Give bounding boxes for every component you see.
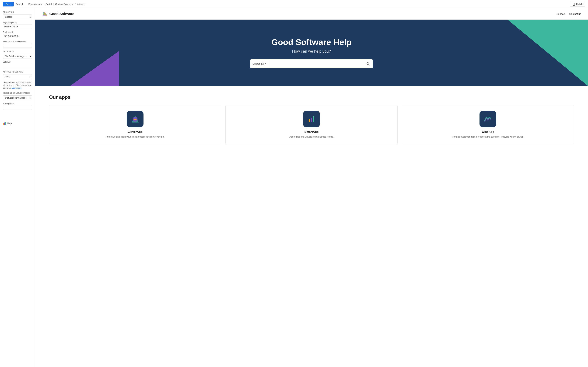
- incident-section-title: INCIDENT COMMUNICATION: [3, 92, 32, 94]
- article-label: Article: [77, 3, 83, 5]
- content-source-chevron-icon: ▼: [72, 3, 73, 5]
- search-button[interactable]: [363, 62, 373, 66]
- analytics-id-field: Analytics ID: [3, 31, 32, 38]
- page-preview-label: Page preview: [28, 3, 42, 5]
- incident-select[interactable]: Statuspage (Atlassian) None: [3, 95, 32, 100]
- wiseapp-icon: [479, 111, 496, 127]
- article-feedback-select[interactable]: None Hyvor Talk: [3, 74, 32, 79]
- tag-manager-label: Tag manager ID: [3, 22, 32, 24]
- tag-manager-field: Tag manager ID: [3, 22, 32, 29]
- cleverapp-logo: [130, 114, 140, 124]
- analytics-id-input[interactable]: [3, 34, 32, 38]
- portal-label: Portal: [46, 3, 52, 5]
- learn-more-link[interactable]: Learn more: [12, 87, 22, 89]
- article-chevron-icon: ▼: [84, 3, 86, 5]
- apps-section: Our apps CleverApp Automate and scale yo…: [35, 86, 588, 153]
- svg-line-9: [369, 64, 369, 65]
- smartapp-desc: Aggregate and visualize data across team…: [289, 135, 334, 139]
- portal-header: Good Software Support Contact us: [35, 8, 588, 20]
- wiseapp-desc: Manage customer data throughout the cust…: [452, 135, 524, 139]
- statuspage-id-input[interactable]: [3, 105, 32, 110]
- wiseapp-logo: [483, 114, 493, 124]
- support-link[interactable]: Support: [556, 13, 565, 15]
- portal-nav: Support Contact us: [556, 13, 581, 15]
- cleverapp-card[interactable]: CleverApp Automate and scale your sales …: [49, 105, 221, 144]
- mobile-icon: [572, 3, 575, 6]
- sidebar-footer: Help: [3, 119, 32, 125]
- svg-rect-15: [313, 117, 314, 122]
- data-key-input[interactable]: [3, 64, 32, 68]
- portal-selector[interactable]: Portal: [46, 3, 52, 5]
- hero-subtitle: How can we help you?: [250, 49, 373, 54]
- sidebar: ANALYTICS Google None Tag manager ID Ana…: [0, 8, 35, 367]
- cleverapp-icon: [127, 111, 144, 127]
- hyvor-icon: [3, 122, 6, 125]
- analytics-id-label: Analytics ID: [3, 31, 32, 33]
- footer-label: Help: [7, 122, 12, 125]
- svg-rect-13: [309, 119, 310, 122]
- main-layout: ANALYTICS Google None Tag manager ID Ana…: [0, 8, 588, 367]
- content-source-selector[interactable]: Content Source ▼: [55, 3, 73, 5]
- svg-rect-3: [4, 123, 5, 125]
- hero-green-triangle: [508, 20, 588, 86]
- analytics-field: Google None: [3, 15, 32, 19]
- incident-field: Statuspage (Atlassian) None: [3, 95, 32, 100]
- preview-area: Good Software Support Contact us Good So…: [35, 8, 588, 367]
- smartapp-logo: [306, 114, 317, 124]
- search-dropdown-chevron-icon: ▼: [265, 63, 266, 65]
- cleverapp-name: CleverApp: [128, 130, 142, 134]
- save-button[interactable]: Save: [3, 2, 14, 7]
- svg-rect-0: [573, 3, 575, 5]
- smartapp-card[interactable]: SmartApp Aggregate and visualize data ac…: [225, 105, 398, 144]
- analytics-section-title: ANALYTICS: [3, 11, 32, 13]
- portal-logo: Good Software: [42, 11, 74, 17]
- content-source-label: Content Source: [55, 3, 71, 5]
- portal-logo-text: Good Software: [49, 12, 74, 16]
- toolbar-right: Mobile: [570, 2, 585, 7]
- mobile-label: Mobile: [576, 3, 583, 5]
- statuspage-id-label: Statuspage ID: [3, 102, 32, 105]
- wiseapp-name: WiseApp: [482, 130, 494, 134]
- analytics-select[interactable]: Google None: [3, 15, 32, 19]
- discount-notice: Discount: For Hyvor Talk we can offer yo…: [3, 81, 32, 89]
- search-console-label: Search Console Verification: [3, 40, 32, 42]
- helpdesk-section-title: HELP DESK: [3, 50, 32, 52]
- svg-rect-4: [5, 122, 6, 125]
- search-dropdown-label: Search all: [253, 62, 264, 65]
- cleverapp-desc: Automate and scale your sales processes …: [106, 135, 164, 139]
- smartapp-icon: [303, 111, 320, 127]
- cancel-button[interactable]: Cancel: [16, 3, 23, 5]
- sep2: /: [53, 3, 54, 6]
- hero-section: Good Software Help How can we help you? …: [35, 20, 588, 86]
- statuspage-id-field: Statuspage ID: [3, 102, 32, 110]
- helpdesk-field: Jira Service Manage... None: [3, 54, 32, 59]
- tag-manager-input[interactable]: [3, 24, 32, 29]
- search-console-field: Search Console Verification: [3, 40, 32, 48]
- article-selector[interactable]: Article ▼: [77, 3, 86, 5]
- article-feedback-section-title: ARTICLE FEEDBACK: [3, 71, 32, 73]
- hero-content: Good Software Help How can we help you? …: [247, 37, 376, 68]
- svg-rect-2: [3, 123, 4, 125]
- contact-link[interactable]: Contact us: [569, 13, 581, 15]
- data-key-field: Data Key: [3, 61, 32, 68]
- sep3: /: [75, 3, 76, 6]
- discount-label: Discount:: [3, 82, 12, 83]
- search-icon: [366, 62, 370, 66]
- apps-grid: CleverApp Automate and scale your sales …: [49, 105, 574, 144]
- helpdesk-select[interactable]: Jira Service Manage... None: [3, 54, 32, 59]
- wiseapp-card[interactable]: WiseApp Manage customer data throughout …: [402, 105, 574, 144]
- hero-title: Good Software Help: [250, 37, 373, 47]
- article-feedback-field: None Hyvor Talk: [3, 74, 32, 79]
- search-input[interactable]: [269, 62, 363, 65]
- smartapp-name: SmartApp: [304, 130, 319, 134]
- toolbar-center: Page preview / Portal / Content Source ▼…: [28, 3, 568, 6]
- search-console-input[interactable]: [3, 43, 32, 48]
- hero-purple-triangle: [70, 51, 119, 86]
- sep1: /: [43, 3, 44, 6]
- mobile-button[interactable]: Mobile: [570, 2, 585, 7]
- svg-rect-14: [311, 118, 312, 122]
- logo-icon: [42, 11, 48, 17]
- search-dropdown[interactable]: Search all ▼: [250, 59, 269, 68]
- data-key-label: Data Key: [3, 61, 32, 63]
- toolbar: Save Cancel Page preview / Portal / Cont…: [0, 0, 588, 8]
